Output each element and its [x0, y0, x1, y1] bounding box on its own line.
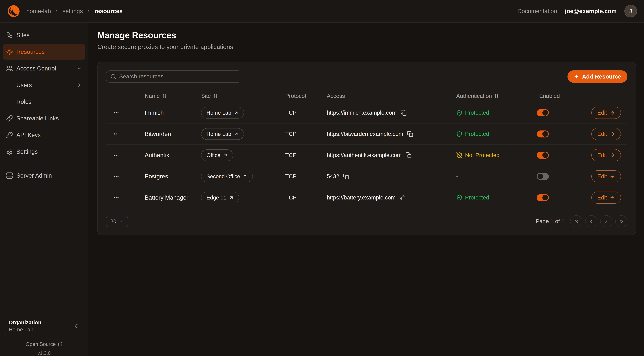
column-authentication[interactable]: Authentication	[456, 93, 533, 99]
row-menu-button[interactable]	[106, 130, 145, 138]
resource-protocol: TCP	[285, 131, 327, 137]
site-link-chip[interactable]: Second Office	[201, 170, 253, 182]
breadcrumb-resources[interactable]: resources	[94, 8, 122, 14]
authentication-label: Not Protected	[465, 152, 500, 158]
sidebar-item-server-admin[interactable]: Server Admin	[3, 168, 86, 183]
sites-icon	[6, 32, 13, 38]
sort-icon	[162, 94, 167, 98]
access-url: https://bitwarden.example.com	[327, 131, 403, 137]
site-link-chip[interactable]: Home Lab	[201, 128, 244, 140]
sidebar-item-sites[interactable]: Sites	[3, 28, 86, 43]
open-source-link[interactable]: Open Source	[4, 341, 84, 347]
table-row: Battery Manager Edge 01 TCP https://batt…	[106, 187, 627, 208]
server-icon	[6, 172, 13, 179]
page-size-value: 20	[110, 218, 116, 224]
sidebar-item-label: Roles	[16, 98, 32, 105]
row-menu-button[interactable]	[106, 109, 145, 116]
breadcrumb-org[interactable]: home-lab	[26, 8, 51, 14]
enabled-cell	[533, 130, 584, 138]
row-menu-button[interactable]	[106, 152, 145, 159]
sidebar-item-resources[interactable]: Resources	[3, 44, 86, 60]
column-name[interactable]: Name	[145, 93, 201, 99]
sidebar-item-access-control[interactable]: Access Control	[3, 61, 86, 76]
app-logo-pangolin-icon[interactable]	[7, 4, 20, 18]
sidebar-item-shareable-links[interactable]: Shareable Links	[3, 110, 86, 126]
row-menu-button[interactable]	[106, 194, 145, 201]
sidebar-item-label: Resources	[16, 48, 44, 55]
edit-button[interactable]: Edit	[591, 170, 621, 182]
column-access: Access	[327, 93, 456, 99]
site-link-chip[interactable]: Office	[201, 150, 233, 161]
sidebar: Sites Resources Access Control Users Rol…	[0, 23, 88, 356]
site-link-chip[interactable]: Home Lab	[201, 107, 244, 118]
sort-icon	[213, 94, 218, 98]
next-page-button[interactable]	[600, 215, 612, 228]
sidebar-item-roles[interactable]: Roles	[3, 94, 86, 110]
edit-button[interactable]: Edit	[591, 149, 621, 161]
site-name: Edge 01	[206, 195, 226, 201]
copy-button[interactable]	[400, 194, 406, 201]
sort-icon	[494, 94, 499, 98]
prev-page-button[interactable]	[585, 215, 597, 228]
access-url: 5432	[327, 173, 339, 180]
sidebar-item-label: Shareable Links	[16, 115, 59, 122]
last-page-button[interactable]	[615, 215, 627, 228]
table-row: Postgres Second Office TCP 5432 - Edit	[106, 166, 627, 187]
resources-card: Add Resource Name Site Protocol Access	[98, 62, 636, 235]
chevron-right-icon	[604, 219, 609, 224]
enabled-toggle[interactable]	[537, 109, 549, 116]
sidebar-item-settings[interactable]: Settings	[3, 144, 86, 160]
page-size-select[interactable]: 20	[106, 216, 128, 227]
copy-button[interactable]	[406, 152, 412, 158]
resource-access: https://authentik.example.com	[327, 152, 456, 158]
table-row: Bitwarden Home Lab TCP https://bitwarden…	[106, 124, 627, 145]
search-input[interactable]	[119, 73, 237, 80]
page-title: Manage Resources	[98, 30, 644, 40]
sidebar-item-label: Users	[16, 82, 32, 88]
user-avatar[interactable]: J	[624, 5, 637, 18]
first-page-button[interactable]	[570, 215, 582, 228]
breadcrumb-settings[interactable]: settings	[62, 8, 83, 14]
chevrons-right-icon	[619, 219, 624, 224]
edit-label: Edit	[597, 110, 607, 116]
edit-button[interactable]: Edit	[591, 107, 621, 119]
sidebar-item-users[interactable]: Users	[3, 77, 86, 93]
enabled-cell	[533, 173, 584, 180]
edit-button[interactable]: Edit	[591, 128, 621, 140]
enabled-toggle[interactable]	[537, 130, 549, 138]
sidebar-divider	[0, 164, 88, 164]
authentication-label: Protected	[465, 110, 489, 116]
copy-icon	[400, 110, 407, 116]
copy-button[interactable]	[400, 110, 407, 116]
resources-icon	[6, 48, 13, 55]
chevron-right-icon	[86, 9, 91, 14]
sidebar-item-label: Settings	[16, 148, 38, 155]
table-header: Name Site Protocol Access Authentication	[106, 90, 627, 102]
copy-button[interactable]	[407, 131, 413, 137]
enabled-toggle[interactable]	[537, 194, 549, 201]
column-label: Access	[327, 93, 345, 99]
row-menu-button[interactable]	[106, 173, 145, 180]
organization-selector[interactable]: Organization Home Lab	[4, 317, 84, 335]
shield-off-icon	[456, 152, 462, 158]
column-label: Name	[145, 93, 160, 99]
documentation-link[interactable]: Documentation	[518, 8, 557, 14]
open-source-label: Open Source	[26, 341, 56, 347]
site-link-chip[interactable]: Edge 01	[201, 192, 239, 203]
copy-button[interactable]	[343, 173, 349, 180]
chevron-right-icon	[76, 82, 82, 88]
enabled-toggle[interactable]	[537, 152, 549, 159]
shield-check-icon	[456, 110, 462, 116]
user-email[interactable]: joe@example.com	[565, 8, 616, 14]
column-site[interactable]: Site	[201, 93, 285, 99]
add-resource-button[interactable]: Add Resource	[568, 70, 627, 83]
column-label: Enabled	[539, 93, 560, 99]
enabled-toggle[interactable]	[537, 173, 549, 180]
sidebar-item-api-keys[interactable]: API Keys	[3, 127, 86, 143]
table-row: Authentik Office TCP https://authentik.e…	[106, 145, 627, 166]
copy-icon	[407, 131, 413, 137]
toggle-knob	[542, 152, 548, 158]
edit-button[interactable]: Edit	[591, 192, 621, 204]
topbar-right: Documentation joe@example.com J	[518, 5, 637, 18]
resource-name: Bitwarden	[145, 130, 201, 137]
